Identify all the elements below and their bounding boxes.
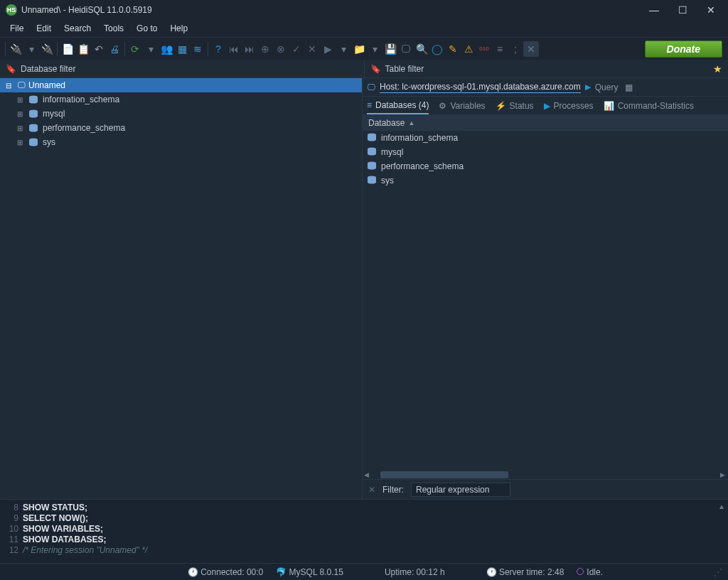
host-icon: 🖵 [17,80,26,90]
expand-icon[interactable]: ⊞ [17,124,26,132]
commit-icon[interactable]: ✓ [289,41,304,57]
log-line: 10SHOW VARIABLES; [6,524,722,535]
close-button[interactable]: ✕ [704,4,718,16]
database-row[interactable]: sys [363,173,728,188]
tree-db-item[interactable]: ⊞ information_schema [0,92,362,107]
session-tree: ⊟ 🖵 Unnamed ⊞ information_schema ⊞ mysql… [0,78,363,499]
database-icon [367,133,377,144]
undo-icon[interactable]: ↶ [91,41,107,57]
svg-point-5 [29,115,38,118]
save-icon[interactable]: 💾 [382,41,398,57]
refresh-icon[interactable]: ⟳ [127,41,143,57]
minimize-button[interactable]: — [647,4,661,16]
tab-variables[interactable]: ⚙ Variables [439,98,485,114]
window-title: Unnamed\ - HeidiSQL 11.0.0.5919 [21,5,647,15]
cancel-icon[interactable]: ✕ [304,41,320,57]
chart-icon: 📊 [604,101,614,111]
semicolon-icon[interactable]: ; [508,41,523,57]
users-icon[interactable]: 👥 [159,41,174,57]
new-connection-icon[interactable]: 🔌 [39,41,55,57]
filter-row: ✕ Filter: [363,479,728,499]
log-line: 11SHOW DATABASES; [6,535,722,545]
menu-goto[interactable]: Go to [131,21,163,36]
app-icon: HS [6,4,17,16]
tree-session-label: Unnamed [28,80,65,90]
dropdown-icon[interactable]: ▾ [143,41,159,57]
execute-dropdown-icon[interactable]: ▾ [336,41,351,57]
prev-icon[interactable]: ⏮ [226,41,242,57]
menu-search[interactable]: Search [58,21,97,36]
tree-db-item[interactable]: ⊞ sys [0,135,362,149]
clock-icon: 🕐 [188,567,198,577]
sql-log[interactable]: ▲ 8SHOW STATUS; 9SELECT NOW(); 10SHOW VA… [0,499,728,563]
menu-tools[interactable]: Tools [98,21,129,36]
tables-icon[interactable]: ▦ [174,41,190,57]
database-row[interactable]: mysql [363,145,728,159]
favorite-icon[interactable]: ★ [713,63,722,75]
tab-status[interactable]: ⚡ Status [496,98,534,114]
donate-button[interactable]: Donate [645,41,722,58]
expand-icon[interactable]: ⊞ [17,96,26,104]
host-tab[interactable]: Host: lc-wordpress-sql-01.mysql.database… [380,82,581,93]
status-servertime: 🕐 Server time: 2:48 [486,567,564,577]
paste-icon[interactable]: 📋 [75,41,91,57]
database-filter[interactable]: 🔖 Database filter [0,60,365,77]
menu-file[interactable]: File [4,21,29,36]
execute-icon[interactable]: ▶ [320,41,336,57]
new-query-icon[interactable]: ▦ [625,82,633,92]
svg-point-2 [29,101,38,104]
database-name: performance_schema [381,161,464,171]
gear-icon: ⚙ [439,101,446,111]
connect-icon[interactable]: 🔌 [8,41,23,57]
filter-input[interactable] [411,483,510,497]
world-icon[interactable]: ◯ [429,41,445,57]
warn-icon[interactable]: ⚠ [461,41,476,57]
database-row[interactable]: performance_schema [363,159,728,173]
align-icon[interactable]: ≡ [492,41,508,57]
tab-processes[interactable]: ▶ Processes [544,98,594,114]
status-server: 🐬 MySQL 8.0.15 [276,567,343,577]
open-dropdown-icon[interactable]: ▾ [367,41,382,57]
databases-icon: ≡ [367,100,372,110]
disconnect-icon[interactable]: ▾ [23,41,39,57]
tree-session[interactable]: ⊟ 🖵 Unnamed [0,78,362,92]
copy-icon[interactable]: 📄 [60,41,75,57]
hex-icon[interactable]: 010 [476,41,492,57]
add-icon[interactable]: ⊕ [257,41,273,57]
clear-filter-icon[interactable]: ✕ [368,485,375,495]
query-tab[interactable]: Query [595,82,619,92]
table-filter[interactable]: 🔖 Table filter ★ [365,60,729,77]
expand-icon[interactable]: ⊞ [17,110,26,118]
collapse-icon[interactable]: ⊟ [6,82,14,90]
close-tab-icon[interactable]: ✕ [523,41,539,57]
tree-db-item[interactable]: ⊞ mysql [0,107,362,121]
print-icon[interactable]: 🖨 [107,41,122,57]
format-icon[interactable]: ✎ [445,41,461,57]
bolt-icon: ⚡ [496,101,506,111]
database-icon [367,176,377,186]
menu-help[interactable]: Help [164,21,193,36]
tab-command-statistics[interactable]: 📊 Command-Statistics [604,98,694,114]
dolphin-icon: 🐬 [276,567,287,577]
expand-icon[interactable]: ⊞ [17,139,26,146]
menu-edit[interactable]: Edit [31,21,57,36]
tab-databases[interactable]: ≡ Databases (4) [367,97,429,114]
maximize-button[interactable]: ☐ [675,4,690,16]
resize-grip[interactable]: ⋰ [714,567,722,577]
database-row[interactable]: information_schema [363,131,728,145]
help-icon[interactable]: ? [210,41,226,57]
stop-icon[interactable]: ⊗ [273,41,289,57]
horizontal-scrollbar[interactable]: ◀ ▶ [363,471,728,479]
database-icon [28,109,40,118]
search-icon[interactable]: 🔍 [414,41,429,57]
monitor-icon[interactable]: 🖵 [398,41,414,57]
scroll-up-icon[interactable]: ▲ [718,503,725,510]
next-icon[interactable]: ⏭ [242,41,257,57]
play-icon: ▶ [585,82,591,92]
maintenance-icon[interactable]: ≋ [190,41,205,57]
tree-db-item[interactable]: ⊞ performance_schema [0,121,362,135]
open-icon[interactable]: 📁 [351,41,367,57]
column-label: Database [368,118,405,128]
database-column-header[interactable]: Database ▲ [363,115,728,131]
status-connected: 🕐 Connected: 00:0 [188,567,263,577]
